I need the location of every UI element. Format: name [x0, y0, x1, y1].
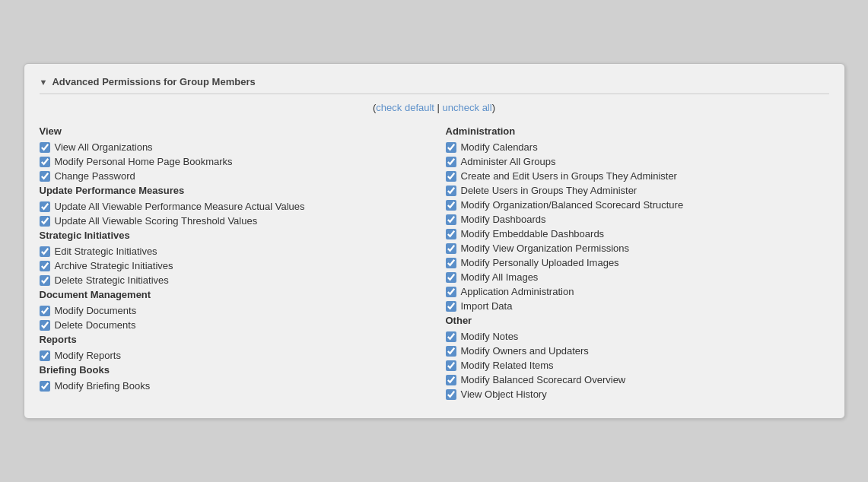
perm-checkbox[interactable]	[40, 216, 50, 227]
perm-checkbox[interactable]	[446, 272, 456, 283]
perm-label: Modify Documents	[55, 305, 137, 316]
perm-label: Modify Balanced Scorecard Overview	[461, 374, 626, 385]
section-update-performance: Update Performance MeasuresUpdate All Vi…	[40, 185, 423, 227]
perm-label: Delete Strategic Initiatives	[55, 274, 169, 286]
perm-label: Administer All Groups	[461, 156, 556, 167]
perm-checkbox[interactable]	[446, 287, 456, 297]
perm-label: Edit Strategic Initiatives	[55, 246, 157, 257]
separator: |	[437, 102, 440, 113]
right-column: AdministrationModify CalendarsAdminister…	[438, 125, 829, 403]
perm-item: Modify Dashboards	[446, 214, 829, 225]
perm-label: Modify Notes	[461, 331, 519, 342]
toggle-arrow-icon[interactable]: ▼	[40, 78, 48, 87]
perm-checkbox[interactable]	[40, 261, 50, 271]
perm-item: Administer All Groups	[446, 156, 829, 167]
perm-label: Import Data	[461, 300, 513, 312]
perm-item: Delete Users in Groups They Administer	[446, 185, 829, 196]
section-title-strategic: Strategic Initiatives	[40, 230, 423, 241]
perm-label: Change Password	[55, 170, 135, 182]
permissions-columns: ViewView All OrganizationsModify Persona…	[40, 125, 829, 403]
perm-item: Modify All Images	[446, 271, 829, 283]
perm-item: Modify Briefing Books	[40, 380, 423, 392]
uncheck-all-link[interactable]: uncheck all	[443, 102, 492, 113]
section-title-view: View	[40, 125, 423, 137]
perm-checkbox[interactable]	[446, 331, 456, 342]
perm-checkbox[interactable]	[40, 275, 50, 286]
perm-label: Delete Documents	[55, 319, 136, 331]
perm-item: Modify View Organization Permissions	[446, 243, 829, 254]
section-title-reports: Reports	[40, 334, 423, 345]
perm-label: Modify Embeddable Dashboards	[461, 228, 605, 239]
perm-label: Modify Owners and Updaters	[461, 345, 589, 357]
perm-checkbox[interactable]	[446, 171, 456, 182]
perm-checkbox[interactable]	[446, 375, 456, 385]
perm-checkbox[interactable]	[40, 306, 50, 316]
perm-item: Modify Related Items	[446, 360, 829, 371]
section-view: ViewView All OrganizationsModify Persona…	[40, 125, 423, 182]
section-other: OtherModify NotesModify Owners and Updat…	[446, 315, 829, 400]
perm-item: Delete Documents	[40, 319, 423, 331]
perm-label: Archive Strategic Initiatives	[55, 260, 173, 271]
perm-item: View All Organizations	[40, 141, 423, 153]
section-title-document: Document Management	[40, 289, 423, 300]
perm-label: Modify Calendars	[461, 141, 538, 153]
perm-label: Modify Dashboards	[461, 214, 546, 225]
perm-checkbox[interactable]	[446, 200, 456, 211]
perm-item: View Object History	[446, 388, 829, 400]
perm-label: Update All Viewable Performance Measure …	[55, 201, 305, 212]
section-title-update-performance: Update Performance Measures	[40, 185, 423, 196]
perm-checkbox[interactable]	[446, 243, 456, 254]
perm-checkbox[interactable]	[40, 246, 50, 257]
perm-checkbox[interactable]	[446, 360, 456, 371]
perm-checkbox[interactable]	[40, 381, 50, 392]
perm-checkbox[interactable]	[446, 258, 456, 268]
perm-checkbox[interactable]	[40, 201, 50, 212]
check-default-link[interactable]: check default	[376, 102, 434, 113]
left-column: ViewView All OrganizationsModify Persona…	[40, 125, 438, 403]
perm-item: Import Data	[446, 300, 829, 312]
section-title-administration: Administration	[446, 125, 829, 137]
perm-label: Modify View Organization Permissions	[461, 243, 630, 254]
perm-label: Modify Personal Home Page Bookmarks	[55, 156, 233, 167]
perm-checkbox[interactable]	[40, 157, 50, 167]
perm-item: Update All Viewable Scoring Threshold Va…	[40, 215, 423, 227]
perm-label: Delete Users in Groups They Administer	[461, 185, 637, 196]
perm-item: Modify Calendars	[446, 141, 829, 153]
perm-item: Modify Documents	[40, 305, 423, 316]
perm-item: Modify Owners and Updaters	[446, 345, 829, 357]
section-briefing: Briefing BooksModify Briefing Books	[40, 364, 423, 392]
perm-item: Archive Strategic Initiatives	[40, 260, 423, 271]
perm-label: Modify All Images	[461, 271, 539, 283]
perm-checkbox[interactable]	[446, 301, 456, 312]
perm-checkbox[interactable]	[446, 214, 456, 225]
perm-item: Modify Personally Uploaded Images	[446, 257, 829, 268]
perm-item: Update All Viewable Performance Measure …	[40, 201, 423, 212]
perm-item: Modify Notes	[446, 331, 829, 342]
perm-label: Modify Reports	[55, 350, 121, 361]
perm-checkbox[interactable]	[446, 157, 456, 167]
perm-item: Modify Embeddable Dashboards	[446, 228, 829, 239]
perm-item: Modify Balanced Scorecard Overview	[446, 374, 829, 385]
perm-checkbox[interactable]	[446, 389, 456, 400]
perm-item: Change Password	[40, 170, 423, 182]
perm-label: Modify Organization/Balanced Scorecard S…	[461, 199, 684, 211]
perm-label: Create and Edit Users in Groups They Adm…	[461, 170, 677, 182]
section-title-briefing: Briefing Books	[40, 364, 423, 376]
permissions-panel: ▼ Advanced Permissions for Group Members…	[24, 63, 845, 419]
perm-checkbox[interactable]	[446, 229, 456, 239]
check-controls: (check default | uncheck all)	[40, 102, 829, 113]
panel-header: ▼ Advanced Permissions for Group Members	[40, 76, 829, 94]
perm-checkbox[interactable]	[40, 320, 50, 331]
perm-label: Application Administration	[461, 286, 574, 297]
perm-checkbox[interactable]	[40, 350, 50, 361]
section-strategic: Strategic InitiativesEdit Strategic Init…	[40, 230, 423, 286]
perm-checkbox[interactable]	[446, 346, 456, 357]
perm-checkbox[interactable]	[40, 142, 50, 153]
perm-item: Modify Organization/Balanced Scorecard S…	[446, 199, 829, 211]
perm-checkbox[interactable]	[40, 171, 50, 182]
perm-item: Modify Personal Home Page Bookmarks	[40, 156, 423, 167]
section-administration: AdministrationModify CalendarsAdminister…	[446, 125, 829, 312]
perm-label: Modify Briefing Books	[55, 380, 151, 392]
perm-checkbox[interactable]	[446, 186, 456, 196]
perm-checkbox[interactable]	[446, 142, 456, 153]
